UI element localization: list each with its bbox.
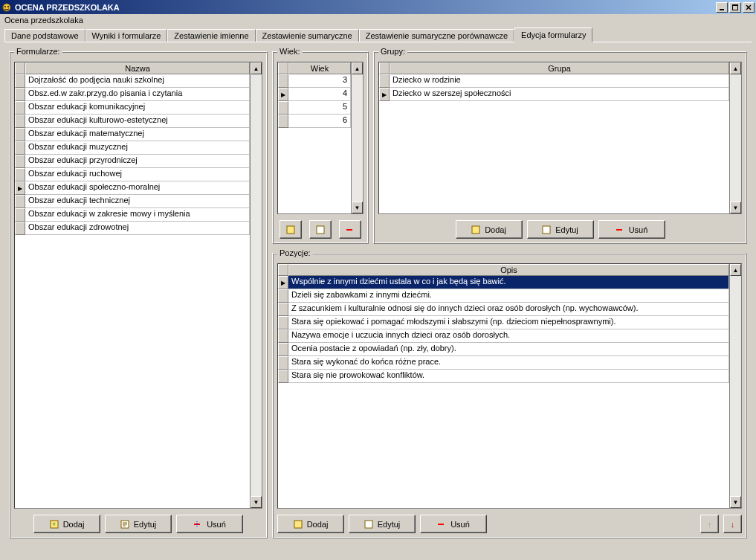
table-row[interactable]: Obszar edukacji technicznej [15, 195, 250, 208]
table-row[interactable]: Dojrzałość do podjęcia nauki szkolnej [15, 74, 250, 88]
scroll-down-button[interactable]: ▼ [251, 496, 262, 508]
table-row[interactable]: 3 [278, 74, 351, 88]
table-row[interactable]: Obszar edukacji zdrowotnej [15, 222, 250, 235]
edytuj-button[interactable]: Edytuj [349, 515, 416, 533]
scrollbar-wiek[interactable]: ▲ ▼ [351, 62, 363, 213]
scroll-up-button[interactable]: ▲ [730, 264, 741, 276]
table-row[interactable]: Obszar edukacji w zakresie mowy i myślen… [15, 208, 250, 222]
move-up-button[interactable]: ↑ [700, 515, 719, 533]
scroll-up-button[interactable]: ▲ [251, 62, 262, 74]
usun-button[interactable]: Usuń [420, 515, 487, 533]
dodaj-button[interactable]: Dodaj [277, 515, 344, 533]
panel-wiek-legend: Wiek: [277, 47, 303, 56]
cell: Obszar edukacji matematycznej [25, 128, 250, 141]
table-row[interactable]: Stara się opiekować i pomagać młodszymi … [278, 316, 729, 329]
grid-formularze[interactable]: Nazwa Dojrzałość do podjęcia nauki szkol… [14, 62, 262, 509]
dodaj-button[interactable]: Dodaj [456, 220, 523, 239]
table-row[interactable]: Dziecko w szerszej społeczności [379, 88, 729, 101]
table-row[interactable]: 5 [278, 101, 351, 115]
row-indicator [15, 88, 25, 101]
tab-zestawienie-imienne[interactable]: Zestawienie imienne [167, 29, 255, 42]
table-row[interactable]: Dzieli się zabawkami z innymi dziećmi. [278, 289, 729, 303]
arrow-up-icon: ↑ [708, 520, 712, 529]
cell: 6 [288, 115, 351, 128]
edytuj-button[interactable]: Edytuj [105, 515, 172, 533]
svg-rect-17 [317, 226, 324, 234]
usun-button[interactable]: Usuń [176, 515, 243, 533]
scroll-down-button[interactable]: ▼ [352, 202, 363, 213]
cell: Obszar edukacji komunikacyjnej [25, 101, 250, 115]
scroll-up-button[interactable]: ▲ [352, 62, 363, 74]
cell: Z szacunkiem i kulturalnie odnosi się do… [288, 303, 729, 316]
column-header-nazwa[interactable]: Nazwa [25, 62, 250, 74]
scroll-down-button[interactable]: ▼ [730, 202, 741, 213]
cell: Dziecko w rodzinie [390, 74, 729, 88]
row-indicator [379, 88, 390, 101]
maximize-button[interactable] [729, 2, 741, 13]
tab-edycja-formularzy[interactable]: Edycja formularzy [514, 28, 592, 42]
table-row[interactable]: 6 [278, 115, 351, 128]
table-row[interactable]: Stara się wykonać do końca różne prace. [278, 356, 729, 370]
usun-button[interactable] [339, 220, 361, 239]
panel-formularze-legend: Formularze: [14, 47, 62, 56]
scrollbar-formularze[interactable]: ▲ ▼ [250, 62, 262, 508]
scrollbar-pozycje[interactable]: ▲ ▼ [729, 264, 741, 508]
edytuj-button[interactable]: Edytuj [527, 220, 594, 239]
svg-rect-5 [732, 4, 738, 6]
table-row[interactable]: Obszar edukacji ruchowej [15, 168, 250, 181]
grid-wiek[interactable]: Wiek 3456 ▲ ▼ [277, 62, 364, 214]
table-row[interactable]: Wspólnie z innymi dziećmi ustala w co i … [278, 276, 729, 289]
row-indicator [15, 181, 25, 195]
cell: Obszar edukacji technicznej [25, 195, 250, 208]
panel-wiek: Wiek: Wiek 3456 ▲ ▼ [272, 47, 369, 244]
table-row[interactable]: Z szacunkiem i kulturalnie odnosi się do… [278, 303, 729, 316]
table-row[interactable]: Obszar edukacji komunikacyjnej [15, 101, 250, 115]
tab-wyniki-i-formularze[interactable]: Wyniki i formularze [85, 29, 168, 42]
column-header-opis[interactable]: Opis [288, 264, 729, 276]
row-indicator [278, 115, 288, 128]
table-row[interactable]: Obszar edukacji społeczno-moralnej [15, 181, 250, 195]
table-row[interactable]: Nazywa emocje i uczucia innych dzieci or… [278, 329, 729, 343]
scrollbar-grupy[interactable]: ▲ ▼ [729, 62, 741, 213]
table-row[interactable]: 4 [278, 88, 351, 101]
dodaj-button[interactable]: +Dodaj [33, 515, 100, 533]
scroll-down-button[interactable]: ▼ [730, 496, 741, 508]
tab-zestawienie-sumaryczne-porownawcze[interactable]: Zestawienie sumaryczne porównawcze [359, 29, 514, 42]
table-row[interactable]: Obszar edukacji przyrodniczej [15, 155, 250, 168]
tab-dane-podstawowe[interactable]: Dane podstawowe [4, 29, 85, 42]
arrow-down-icon: ↓ [731, 520, 735, 529]
cell: Dziecko w szerszej społeczności [390, 88, 729, 101]
table-row[interactable]: Stara się nie prowokować konfliktów. [278, 370, 729, 383]
edit-icon [364, 520, 373, 529]
table-row[interactable]: Obsz.ed.w zakr.przyg.do pisania i czytan… [15, 88, 250, 101]
panel-grupy-legend: Grupy: [378, 47, 407, 56]
scroll-up-button[interactable]: ▲ [730, 62, 741, 74]
delete-icon [616, 225, 624, 234]
row-indicator [278, 276, 288, 289]
table-row[interactable]: Obszar edukacji muzycznej [15, 141, 250, 155]
dodaj-button[interactable] [280, 220, 302, 239]
column-header-wiek[interactable]: Wiek [288, 62, 351, 74]
row-indicator [278, 370, 288, 383]
cell: Obszar edukacji przyrodniczej [25, 155, 250, 168]
move-down-button[interactable]: ↓ [723, 515, 742, 533]
cell: 4 [288, 88, 351, 101]
table-row[interactable]: Dziecko w rodzinie [379, 74, 729, 88]
svg-rect-20 [543, 226, 550, 234]
column-header-grupa[interactable]: Grupa [390, 62, 729, 74]
table-row[interactable]: Ocenia postacie z opowiadań (np. zły, do… [278, 343, 729, 356]
edytuj-button[interactable] [309, 220, 332, 239]
grid-grupy[interactable]: Grupa Dziecko w rodzinieDziecko w szersz… [378, 62, 742, 214]
table-row[interactable]: Obszar edukacji kulturowo-estetycznej [15, 115, 250, 128]
delete-icon [193, 520, 202, 529]
cell: 3 [288, 74, 351, 88]
grid-pozycje[interactable]: Opis Wspólnie z innymi dziećmi ustala w … [277, 263, 742, 509]
minimize-button[interactable] [716, 2, 728, 13]
usun-button[interactable]: Usuń [598, 220, 665, 239]
tab-zestawienie-sumaryczne[interactable]: Zestawienie sumaryczne [256, 29, 359, 42]
add-icon [286, 225, 295, 234]
table-row[interactable]: Obszar edukacji matematycznej [15, 128, 250, 141]
row-indicator [278, 289, 288, 303]
svg-rect-3 [720, 9, 724, 10]
close-button[interactable] [743, 2, 755, 13]
